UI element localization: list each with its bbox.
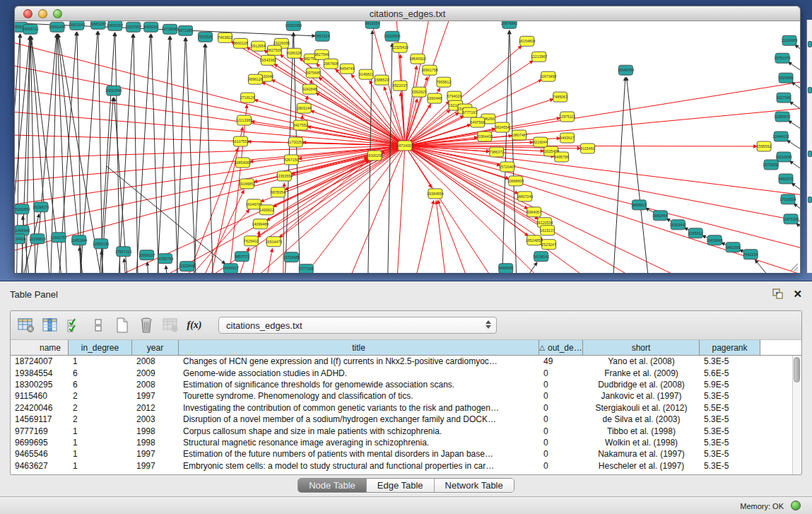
memory-status-label: Memory: OK [740, 502, 784, 510]
table-toolbar: f(x) citations_edges.txt [11, 311, 801, 340]
graph-node-label: 13718485 [283, 255, 300, 259]
graph-node-label: 11124069 [782, 38, 798, 42]
table-row[interactable]: 969969511998Structural magnetic resonanc… [11, 437, 801, 448]
table-body: 1872400712008Changes of HCN gene express… [11, 356, 801, 474]
graph-node-label: 12156819 [29, 237, 46, 241]
graph-node-label: 1562615 [412, 90, 427, 94]
cell-year: 1998 [132, 438, 179, 448]
table-row[interactable]: 946554611997Estimation of the future num… [11, 448, 801, 460]
cell-short: Nakamura et al. (1997) [583, 449, 700, 459]
table-row[interactable]: 946362711997Embryonic stem cells: a mode… [11, 460, 801, 472]
window-titlebar[interactable]: citations_edges.txt [14, 6, 801, 21]
table-row[interactable]: 1938455462009Genome-wide association stu… [11, 367, 801, 378]
function-builder-icon[interactable]: f(x) [184, 315, 204, 335]
graph-edge [437, 204, 449, 273]
graph-edge [405, 146, 509, 273]
delete-column-icon[interactable] [160, 315, 180, 335]
cell-out_de: 0 [539, 426, 583, 436]
graph-node-label: 9692971 [779, 177, 794, 181]
column-header-out_de[interactable]: △out_de… [539, 340, 583, 355]
window-title: citations_edges.txt [370, 8, 446, 19]
graph-node-label: 23226055 [273, 41, 290, 45]
column-select-icon[interactable] [40, 315, 60, 335]
table-source-dropdown[interactable]: citations_edges.txt [218, 317, 497, 334]
graph-node-label: 9777163 [463, 110, 478, 115]
column-header-short[interactable]: short [583, 340, 700, 355]
new-table-icon[interactable] [112, 315, 132, 335]
graph-node-label: 1595592 [757, 144, 772, 148]
zoom-window-icon[interactable] [53, 9, 62, 18]
table-tabs: Node TableEdge TableNetwork Table [298, 478, 514, 493]
network-view-window[interactable]: citations_edges.txt 18724007746382286601… [14, 6, 801, 273]
column-header-pagerank[interactable]: pagerank [700, 340, 760, 355]
cell-short: Dudbridge et al. (2008) [583, 380, 700, 390]
unselect-rows-icon[interactable] [88, 315, 108, 335]
edge-arrowhead [351, 74, 355, 78]
graph-node-label: 10807487 [511, 133, 528, 137]
graph-node-label: 9777169 [299, 267, 314, 271]
graph-edge [148, 266, 151, 273]
cell-in_degree: 1 [69, 438, 132, 448]
graph-node-label: 17016504 [779, 197, 796, 201]
graph-edge [283, 146, 405, 273]
graph-node-label: 16210643 [775, 155, 792, 159]
table-row[interactable]: 911546021997Tourette syndrome. Phenomeno… [11, 390, 801, 402]
cell-name: 9115460 [11, 391, 69, 401]
network-canvas[interactable]: 1872400774638228660128591295423226055982… [15, 21, 800, 273]
memory-status-icon[interactable] [791, 501, 801, 510]
tab-network-table[interactable]: Network Table [435, 479, 514, 492]
graph-edge [405, 146, 800, 255]
graph-edge [166, 269, 170, 273]
table-scrollbar[interactable] [792, 356, 801, 474]
cell-name: 9777169 [11, 426, 69, 436]
attribute-table-settings-icon[interactable] [16, 315, 36, 335]
graph-node-label: 8522037 [393, 83, 408, 88]
graph-node-label: 19166852 [239, 182, 256, 186]
table-row[interactable]: 2242004622012Investigating the contribut… [11, 402, 801, 414]
graph-node-label: 12213383 [236, 118, 253, 122]
table-row[interactable]: 1872400712008Changes of HCN gene express… [11, 356, 801, 367]
graph-node-label: 6497568 [471, 120, 486, 124]
tab-node-table[interactable]: Node Table [298, 479, 367, 492]
close-window-icon[interactable] [23, 9, 33, 18]
cell-short: Stergiakouli et al. (2012) [583, 403, 700, 413]
select-all-rows-icon[interactable] [64, 315, 84, 335]
graph-edge [792, 103, 800, 131]
cell-year: 1998 [132, 426, 179, 436]
edge-arrowhead [534, 262, 538, 266]
graph-node-label: 12342757 [50, 235, 67, 240]
table-row[interactable]: 1830029562008Estimation of significance … [11, 379, 801, 390]
network-desktop: citations_edges.txt 18724007746382286601… [0, 0, 812, 281]
cell-name: 18724007 [11, 356, 69, 366]
cell-in_degree: 2 [69, 403, 132, 413]
graph-node-label: 8186328 [287, 51, 302, 55]
column-header-name[interactable]: name [11, 340, 69, 355]
graph-node-label: 12353554 [276, 174, 293, 178]
table-row[interactable]: 977716911998Corpus callosum shape and si… [11, 425, 801, 436]
scrollbar-thumb[interactable] [794, 357, 800, 382]
float-window-icon[interactable] [772, 288, 784, 300]
graph-node-label: 16120334 [536, 221, 553, 225]
graph-node-label: 11451944 [71, 238, 87, 243]
table-row[interactable]: 1456911722003Disruption of a novel membe… [11, 414, 801, 425]
tab-edge-table[interactable]: Edge Table [367, 479, 435, 492]
column-header-year[interactable]: year [132, 340, 179, 355]
graph-edge [134, 37, 139, 273]
resize-grip-icon[interactable] [789, 262, 799, 271]
minimize-window-icon[interactable] [38, 9, 47, 18]
close-panel-icon[interactable]: ✕ [793, 288, 802, 299]
delete-table-icon[interactable] [136, 315, 156, 335]
cell-title: Embryonic stem cells: a model to study s… [179, 461, 539, 471]
column-header-title[interactable]: title [179, 340, 539, 355]
graph-node-label: 17957223 [115, 250, 132, 254]
cell-name: 9465546 [11, 449, 69, 459]
cell-name: 18300295 [11, 380, 69, 390]
edge-arrowhead [425, 76, 428, 81]
graph-edge [319, 95, 405, 146]
graph-node-label: 12325419 [392, 45, 408, 49]
cell-title: Genome-wide association studies in ADHD. [179, 368, 539, 378]
graph-node-label: 18724007 [396, 144, 413, 148]
graph-node-label: 7386372 [489, 150, 504, 154]
column-header-in_degree[interactable]: in_degree [69, 340, 132, 355]
edge-arrowhead [257, 230, 260, 235]
